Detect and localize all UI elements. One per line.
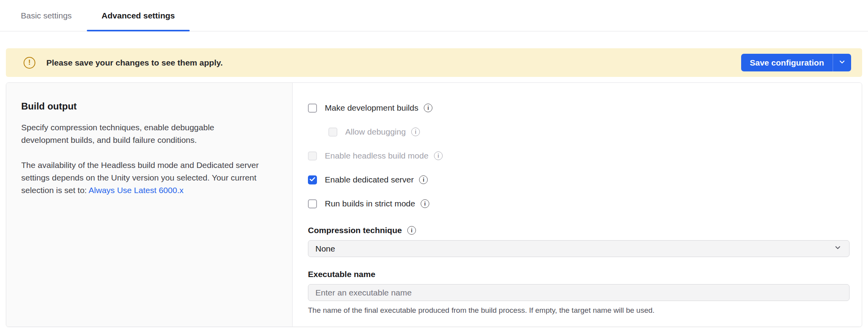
checkbox-label: Allow debugging [345, 127, 406, 137]
checkbox-row-enable-headless-build-mode: Enable headless build mode i [308, 150, 850, 161]
save-configuration-label: Save configuration [750, 58, 824, 67]
save-configuration-button[interactable]: Save configuration [741, 54, 833, 71]
executable-name-input[interactable] [308, 284, 850, 301]
info-icon[interactable]: i [424, 104, 432, 112]
checkbox-label[interactable]: Enable dedicated server [325, 175, 414, 184]
tab-basic-settings-label: Basic settings [21, 11, 72, 20]
compression-technique-label-row: Compression technique i [308, 226, 850, 235]
tab-advanced-settings-label: Advanced settings [102, 11, 175, 20]
settings-card: Build output Specify compression techniq… [6, 82, 862, 327]
chevron-down-icon [838, 58, 846, 67]
panel-title: Build output [21, 101, 261, 112]
options-panel: Make development builds i Allow debuggin… [293, 83, 862, 327]
checkbox-enable-dedicated-server[interactable] [308, 175, 317, 184]
chevron-down-icon [833, 243, 842, 254]
checkbox-make-development-builds[interactable] [308, 104, 317, 113]
checkbox-run-builds-in-strict-mode[interactable] [308, 199, 317, 208]
panel-description: Specify compression techniques, enable d… [21, 121, 261, 146]
build-output-panel: Build output Specify compression techniq… [6, 83, 293, 327]
checkbox-label[interactable]: Run builds in strict mode [325, 199, 415, 208]
tab-basic-settings[interactable]: Basic settings [6, 0, 87, 31]
checkbox-label[interactable]: Make development builds [325, 103, 418, 113]
checkbox-row-make-development-builds: Make development builds i [308, 102, 850, 113]
executable-name-label: Executable name [308, 270, 850, 279]
checkbox-allow-debugging [328, 128, 337, 137]
tab-advanced-settings[interactable]: Advanced settings [87, 0, 190, 31]
banner-message: Please save your changes to see them app… [46, 58, 223, 67]
warning-icon: ! [24, 57, 35, 69]
unity-version-link[interactable]: Always Use Latest 6000.x [89, 186, 184, 195]
compression-technique-label: Compression technique [308, 226, 402, 235]
info-icon[interactable]: i [407, 226, 416, 235]
checkbox-row-enable-dedicated-server: Enable dedicated server i [308, 174, 850, 185]
warning-banner: ! Please save your changes to see them a… [6, 48, 862, 77]
compression-selected-value: None [315, 244, 335, 254]
save-configuration-split-button: Save configuration [741, 54, 851, 71]
info-icon[interactable]: i [419, 175, 428, 184]
checkbox-row-run-builds-in-strict-mode: Run builds in strict mode i [308, 198, 850, 209]
info-icon[interactable]: i [411, 128, 420, 136]
checkbox-row-allow-debugging: Allow debugging i [328, 126, 850, 137]
checkbox-enable-headless-build-mode [308, 151, 317, 161]
tab-bar: Basic settings Advanced settings [0, 0, 868, 31]
check-icon [309, 176, 315, 183]
checkbox-label: Enable headless build mode [325, 151, 429, 161]
panel-availability: The availability of the Headless build m… [21, 159, 261, 197]
compression-technique-select[interactable]: None [308, 240, 850, 257]
save-configuration-dropdown[interactable] [833, 54, 851, 71]
executable-name-helper: The name of the final executable produce… [308, 306, 850, 315]
info-icon[interactable]: i [421, 199, 429, 208]
info-icon[interactable]: i [434, 151, 443, 160]
